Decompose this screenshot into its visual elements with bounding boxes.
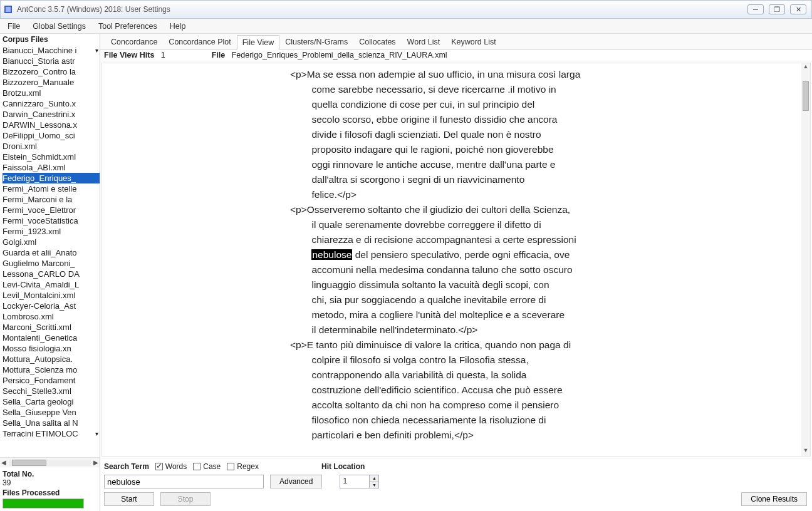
list-item[interactable]: Federigo_Enriques_ xyxy=(3,173,100,183)
controls-panel: Search Term Words Case Regex Hit Locatio… xyxy=(100,458,812,511)
menu-bar: File Global Settings Tool Preferences He… xyxy=(0,19,812,34)
file-view-hits-label: File View Hits xyxy=(104,51,154,59)
files-processed-label: Files Processed xyxy=(3,488,97,497)
scroll-up-icon[interactable]: ▲ xyxy=(803,63,809,72)
list-item[interactable]: Bizzozero_Manuale xyxy=(3,77,100,88)
list-item[interactable]: Levil_Montalcini.xml xyxy=(3,290,100,301)
list-item[interactable]: Guglielmo Marconi_ xyxy=(3,258,100,269)
maximize-button[interactable]: ❐ xyxy=(769,4,785,14)
scroll-thumb[interactable] xyxy=(803,81,809,111)
title-bar: AntConc 3.5.7 (Windows) 2018: User Setti… xyxy=(0,0,812,19)
list-item[interactable]: Brotzu.xml xyxy=(3,88,100,98)
list-item[interactable]: Lessona_CARLO DA xyxy=(3,269,100,279)
menu-help[interactable]: Help xyxy=(167,21,189,32)
app-icon xyxy=(3,4,13,14)
list-item[interactable]: Faissola_ABI.xml xyxy=(3,162,100,173)
corpus-files-title: Corpus Files xyxy=(0,34,100,45)
scroll-down-icon[interactable]: ▼ xyxy=(803,447,809,456)
search-hit: nebulose xyxy=(311,249,352,260)
list-item[interactable]: DeFilippi_Uomo_sci xyxy=(3,130,100,141)
regex-checkbox[interactable]: Regex xyxy=(227,462,259,471)
list-item[interactable]: Montalenti_Genetica xyxy=(3,333,100,343)
menu-tool-preferences[interactable]: Tool Preferences xyxy=(96,21,160,32)
info-bar: File View Hits 1 File Federigo_Enriques_… xyxy=(100,49,812,61)
list-item[interactable]: Lombroso.xml xyxy=(3,311,100,322)
scroll-left-icon[interactable]: ◀ xyxy=(1,459,6,466)
list-item[interactable]: Sella_Giuseppe Ven xyxy=(3,407,100,418)
chevron-down-icon[interactable]: ▾ xyxy=(95,428,98,439)
list-item[interactable]: Sella_Una salita al N xyxy=(3,418,100,428)
file-list-hscroll[interactable]: ◀ ▶ xyxy=(0,457,100,467)
list-item[interactable]: Fermi_Atomi e stelle xyxy=(3,183,100,194)
list-item[interactable]: Marconi_Scritti.xml xyxy=(3,322,100,333)
start-button[interactable]: Start xyxy=(104,492,154,506)
file-name-value: Federigo_Enriques_Problemi_della_scienza… xyxy=(232,51,447,59)
search-input[interactable] xyxy=(104,475,264,488)
list-item[interactable]: Cannizzaro_Sunto.x xyxy=(3,98,100,109)
list-item[interactable]: Fermi_Marconi e la xyxy=(3,194,100,205)
clone-results-button[interactable]: Clone Results xyxy=(741,492,807,506)
tab-bar: ConcordanceConcordance PlotFile ViewClus… xyxy=(100,34,812,49)
total-label: Total No. xyxy=(3,470,97,478)
list-item[interactable]: Levi-Civita_Amaldi_L xyxy=(3,279,100,290)
list-item[interactable]: DARWIN_Lessona.x xyxy=(3,120,100,130)
tab-file-view[interactable]: File View xyxy=(237,35,279,49)
scroll-right-icon[interactable]: ▶ xyxy=(93,459,98,466)
tab-word-list[interactable]: Word List xyxy=(402,34,446,49)
advanced-button[interactable]: Advanced xyxy=(270,475,322,488)
tab-keyword-list[interactable]: Keyword List xyxy=(445,34,502,49)
tab-concordance-plot[interactable]: Concordance Plot xyxy=(163,34,236,49)
list-item[interactable]: Golgi.xml xyxy=(3,237,100,247)
list-item[interactable]: Fermi_1923.xml xyxy=(3,226,100,237)
list-item[interactable]: Fermi_voceStatistica xyxy=(3,215,100,226)
window-title: AntConc 3.5.7 (Windows) 2018: User Setti… xyxy=(17,5,747,14)
total-value: 39 xyxy=(3,478,97,487)
case-checkbox[interactable]: Case xyxy=(193,462,221,471)
file-view-hits-value: 1 xyxy=(161,51,165,59)
search-term-label: Search Term xyxy=(104,462,149,471)
list-item[interactable]: Droni.xml xyxy=(3,141,100,152)
svg-rect-1 xyxy=(6,7,11,12)
list-item[interactable]: Guarda et alii_Anato xyxy=(3,247,100,258)
content-vscroll[interactable]: ▲ ▼ xyxy=(801,63,810,456)
list-item[interactable]: Bianucci_Macchine i▾ xyxy=(3,45,100,56)
corpus-file-list[interactable]: Bianucci_Macchine i▾Bianucci_Storia astr… xyxy=(0,45,100,457)
close-button[interactable]: ✕ xyxy=(790,4,806,14)
list-item[interactable]: Fermi_voce_Elettror xyxy=(3,205,100,215)
file-label: File xyxy=(212,51,226,59)
hit-location-spin[interactable]: ▲▼ xyxy=(370,475,379,488)
list-item[interactable]: Darwin_Canestrini.x xyxy=(3,109,100,120)
sidebar: Corpus Files Bianucci_Macchine i▾Bianucc… xyxy=(0,34,100,511)
list-item[interactable]: Mottura_Scienza mo xyxy=(3,364,100,375)
hit-location-label: Hit Location xyxy=(321,462,365,471)
list-item[interactable]: Bizzozero_Contro la xyxy=(3,66,100,77)
main-panel: ConcordanceConcordance PlotFile ViewClus… xyxy=(100,34,812,511)
minimize-button[interactable]: ─ xyxy=(747,4,764,14)
tab-clusters-n-grams[interactable]: Clusters/N-Grams xyxy=(279,34,353,49)
list-item[interactable]: Persico_Fondament xyxy=(3,375,100,386)
list-item[interactable]: Mottura_Autopsica. xyxy=(3,354,100,364)
list-item[interactable]: Terracini ETIMOLOC▾ xyxy=(3,428,100,439)
list-item[interactable]: Bianucci_Storia astr xyxy=(3,56,100,66)
tab-concordance[interactable]: Concordance xyxy=(105,34,163,49)
list-item[interactable]: Sella_Carta geologi xyxy=(3,396,100,407)
progress-bar xyxy=(3,498,84,508)
list-item[interactable]: Eistein_Schmidt.xml xyxy=(3,152,100,162)
hit-location-input[interactable]: 1 xyxy=(340,475,370,488)
menu-global-settings[interactable]: Global Settings xyxy=(30,21,88,32)
chevron-down-icon[interactable]: ▾ xyxy=(95,45,98,56)
tab-collocates[interactable]: Collocates xyxy=(353,34,401,49)
list-item[interactable]: Lockyer-Celoria_Ast xyxy=(3,301,100,311)
list-item[interactable]: Secchi_Stelle3.xml xyxy=(3,386,100,396)
stop-button[interactable]: Stop xyxy=(160,492,211,506)
words-checkbox[interactable]: Words xyxy=(155,462,187,471)
file-view-content[interactable]: <p>Ma se essa non adempie al suo ufficio… xyxy=(102,63,811,457)
menu-file[interactable]: File xyxy=(5,21,23,32)
list-item[interactable]: Mosso fisiologia.xn xyxy=(3,343,100,354)
